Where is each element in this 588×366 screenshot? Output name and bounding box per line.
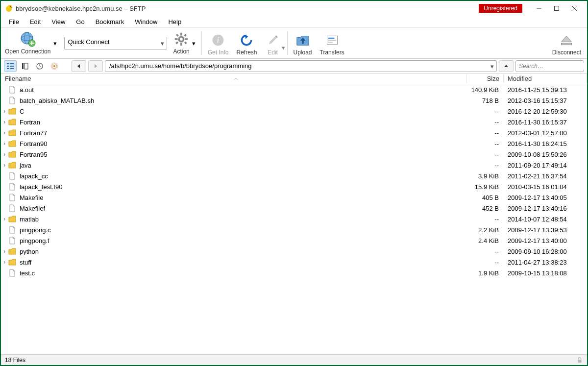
folder-icon [8, 107, 17, 115]
open-connection-button[interactable]: Open Connection ▾ [3, 28, 60, 58]
svg-rect-28 [328, 42, 333, 44]
edit-label: Edit [268, 49, 278, 56]
path-input[interactable] [105, 60, 497, 72]
file-row[interactable]: ›Fortran77--2012-03-01 12:57:00 [1, 127, 587, 138]
search-input[interactable] [519, 63, 588, 70]
expander-icon[interactable]: › [1, 216, 8, 222]
file-row[interactable]: Makefilef452 B2009-12-17 13:40:16 [1, 203, 587, 214]
file-name: Fortran95 [19, 151, 467, 158]
separator [287, 31, 288, 55]
close-button[interactable] [565, 2, 583, 15]
disconnect-button[interactable]: Disconnect [548, 28, 585, 58]
transfers-button[interactable]: Transfers [316, 28, 348, 58]
svg-rect-21 [184, 34, 187, 37]
edit-button[interactable]: Edit [261, 28, 285, 58]
expander-icon[interactable]: › [1, 162, 8, 169]
expander-icon[interactable]: › [1, 259, 8, 266]
menu-edit[interactable]: Edit [25, 17, 46, 26]
menu-bookmark[interactable]: Bookmark [91, 17, 129, 26]
file-row[interactable]: ›Fortran95--2009-10-08 15:50:26 [1, 149, 587, 160]
file-row[interactable]: lapack_test.f9015.9 KiB2010-03-15 16:01:… [1, 181, 587, 192]
view-list-button[interactable] [19, 60, 31, 72]
svg-rect-32 [7, 68, 9, 69]
gear-icon [173, 31, 189, 47]
nav-up-button[interactable] [499, 60, 514, 72]
chevron-down-icon: ▾ [51, 40, 58, 47]
menu-help[interactable]: Help [163, 17, 186, 26]
minimize-button[interactable] [530, 2, 548, 15]
file-modified: 2011-02-21 16:37:54 [504, 172, 587, 180]
maximize-button[interactable] [548, 2, 565, 15]
expander-icon[interactable]: › [1, 248, 8, 255]
expander-icon[interactable]: › [1, 108, 8, 115]
file-row[interactable]: pingpong.c2.2 KiB2009-12-17 13:39:53 [1, 224, 587, 235]
file-row[interactable]: pingpong.f2.4 KiB2009-12-17 13:40:00 [1, 235, 587, 246]
file-size: 3.9 KiB [467, 172, 504, 180]
get-info-button[interactable]: i Get Info [204, 28, 233, 58]
folder-icon [8, 161, 17, 169]
file-row[interactable]: ›Fortran90--2016-11-30 16:24:15 [1, 138, 587, 149]
file-name: batch_abisko_MATLAB.sh [19, 97, 467, 104]
svg-rect-20 [184, 41, 187, 44]
nav-back-button[interactable] [72, 60, 86, 72]
file-size: 718 B [467, 97, 504, 104]
expander-icon[interactable]: › [1, 119, 8, 125]
file-size: -- [467, 129, 504, 137]
file-modified: 2011-09-20 17:49:14 [504, 162, 587, 169]
window-title: bbrydsoe@kebnekaise.hpc2n.umu.se – SFTP [16, 5, 479, 12]
action-button[interactable]: Action ▾ [171, 28, 199, 58]
column-size[interactable]: Size [467, 74, 504, 83]
expander-icon[interactable]: › [1, 140, 8, 147]
file-modified: 2016-11-25 15:39:13 [504, 86, 587, 94]
file-size: -- [467, 151, 504, 158]
file-row[interactable]: ›java--2011-09-20 17:49:14 [1, 160, 587, 171]
nav-forward-button[interactable] [88, 60, 103, 72]
menu-view[interactable]: View [47, 17, 70, 26]
file-row[interactable]: test.c1.9 KiB2009-10-15 13:18:08 [1, 268, 587, 278]
upload-button[interactable]: Upload [290, 28, 316, 58]
refresh-label: Refresh [236, 49, 257, 56]
svg-line-40 [40, 66, 41, 67]
sort-indicator-icon: ︿ [234, 75, 239, 82]
search-box[interactable] [515, 60, 584, 72]
file-list[interactable]: a.out140.9 KiB2016-11-25 15:39:13batch_a… [1, 84, 587, 278]
file-icon [8, 204, 17, 212]
quick-connect-label[interactable]: Quick Connect [64, 37, 167, 49]
menu-file[interactable]: File [4, 17, 24, 26]
expander-icon[interactable]: › [1, 129, 8, 136]
folder-icon [8, 118, 17, 126]
file-row[interactable]: lapack_cc3.9 KiB2011-02-21 16:37:54 [1, 171, 587, 181]
svg-rect-35 [10, 68, 14, 69]
menu-window[interactable]: Window [130, 17, 162, 26]
file-icon [8, 226, 17, 234]
file-icon [8, 237, 17, 244]
view-outline-button[interactable] [4, 60, 17, 72]
file-row[interactable]: a.out140.9 KiB2016-11-25 15:39:13 [1, 84, 587, 95]
file-row[interactable]: Makefile405 B2009-12-17 13:40:05 [1, 192, 587, 203]
file-row[interactable]: ›Fortran--2016-11-30 16:15:37 [1, 117, 587, 127]
quick-connect-dropdown[interactable]: Quick Connect ▾ [64, 37, 167, 49]
file-name: python [19, 248, 467, 255]
refresh-button[interactable]: Refresh [232, 28, 261, 58]
file-modified: 2016-11-30 16:24:15 [504, 140, 587, 147]
svg-rect-46 [578, 360, 582, 363]
expander-icon[interactable]: › [1, 151, 8, 158]
file-row[interactable]: batch_abisko_MATLAB.sh718 B2012-03-16 15… [1, 95, 587, 106]
svg-point-2 [10, 6, 11, 7]
info-icon: i [210, 32, 226, 48]
bonjour-button[interactable] [48, 60, 61, 72]
file-row[interactable]: ›C--2016-12-20 12:59:30 [1, 106, 587, 117]
statusbar: 18 Files [1, 354, 587, 365]
history-button[interactable] [33, 60, 46, 72]
file-row[interactable]: ›stuff--2011-04-27 13:38:23 [1, 257, 587, 268]
toolbar: Open Connection ▾ Quick Connect ▾ Action… [1, 27, 587, 59]
file-modified: 2012-03-01 12:57:00 [504, 129, 587, 137]
lock-icon [576, 357, 583, 364]
svg-rect-15 [180, 33, 182, 36]
menu-go[interactable]: Go [71, 17, 89, 26]
file-size: 15.9 KiB [467, 183, 504, 191]
file-row[interactable]: ›matlab--2014-10-07 12:48:54 [1, 214, 587, 224]
column-modified[interactable]: Modified [504, 74, 587, 83]
separator [201, 31, 202, 55]
file-row[interactable]: ›python--2009-09-10 16:28:00 [1, 246, 587, 257]
